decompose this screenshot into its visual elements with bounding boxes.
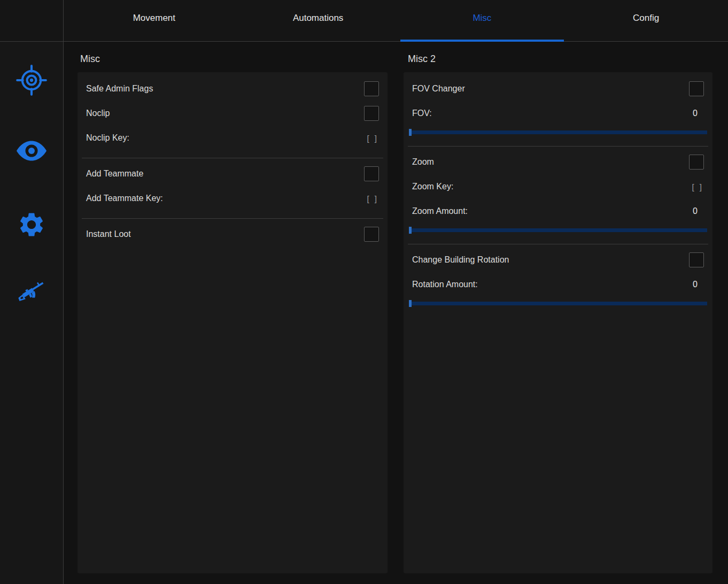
tab-movement-label: Movement — [133, 13, 175, 24]
zoom-amount-slider[interactable] — [409, 228, 707, 232]
tab-misc-label: Misc — [473, 13, 491, 24]
safe-admin-flags-label: Safe Admin Flags — [86, 84, 153, 94]
sidebar-item-misc[interactable] — [14, 208, 49, 242]
tab-config-label: Config — [633, 13, 659, 24]
add-teammate-keybind-button[interactable]: [ ] — [367, 194, 379, 203]
noclip-checkbox[interactable] — [364, 106, 379, 121]
fov-value: 0 — [693, 109, 704, 118]
misc2-panel-title: Misc 2 — [408, 53, 436, 65]
zoom-amount-slider-thumb[interactable] — [409, 227, 412, 234]
divider — [408, 146, 708, 147]
divider — [408, 244, 708, 244]
rotation-amount-value: 0 — [693, 280, 704, 289]
gear-icon — [17, 210, 46, 239]
fov-slider-thumb[interactable] — [409, 129, 412, 136]
eye-icon — [16, 139, 48, 163]
tab-misc[interactable]: Misc — [400, 0, 564, 41]
instant-loot-label: Instant Loot — [86, 229, 131, 239]
icon-sidebar — [0, 42, 64, 584]
instant-loot-row: Instant Loot — [78, 222, 388, 247]
rotation-amount-slider[interactable] — [409, 302, 707, 305]
rotation-amount-slider-row — [404, 297, 712, 310]
misc-panel-title: Misc — [80, 53, 100, 65]
rifle-icon — [14, 274, 49, 310]
zoom-amount-slider-row — [404, 224, 712, 236]
change-building-rotation-label: Change Building Rotation — [412, 255, 509, 265]
tab-config[interactable]: Config — [564, 0, 728, 41]
sidebar-border-top — [63, 0, 64, 42]
add-teammate-label: Add Teammate — [86, 169, 143, 179]
tab-bar: Movement Automations Misc Config — [0, 0, 728, 42]
sidebar-item-aim[interactable] — [14, 63, 49, 97]
noclip-key-row: Noclip Key: [ ] — [78, 126, 388, 150]
change-building-rotation-row: Change Building Rotation — [404, 248, 712, 272]
misc2-panel: FOV Changer FOV: 0 Zoom Zoom Key: [ ] Zo… — [404, 72, 712, 573]
zoom-label: Zoom — [412, 157, 434, 167]
sidebar-item-weapons[interactable] — [14, 275, 49, 309]
noclip-row: Noclip — [78, 101, 388, 126]
divider — [82, 158, 383, 158]
instant-loot-checkbox[interactable] — [364, 227, 379, 242]
rotation-amount-slider-thumb[interactable] — [409, 300, 412, 307]
tab-automations[interactable]: Automations — [236, 0, 400, 41]
fov-changer-label: FOV Changer — [412, 84, 465, 94]
zoom-key-label: Zoom Key: — [412, 182, 453, 191]
zoom-keybind-button[interactable]: [ ] — [692, 182, 704, 191]
fov-slider[interactable] — [409, 130, 707, 134]
tab-automations-label: Automations — [293, 13, 344, 24]
zoom-row: Zoom — [404, 150, 712, 174]
fov-changer-row: FOV Changer — [404, 76, 712, 101]
crosshair-icon — [16, 65, 47, 96]
fov-label: FOV: — [412, 109, 432, 118]
divider — [82, 218, 383, 219]
sidebar-item-visuals[interactable] — [14, 134, 49, 168]
safe-admin-flags-row: Safe Admin Flags — [78, 76, 388, 101]
tab-strip: Movement Automations Misc Config — [72, 0, 728, 41]
zoom-amount-label: Zoom Amount: — [412, 206, 468, 216]
fov-changer-checkbox[interactable] — [689, 81, 704, 96]
noclip-label: Noclip — [86, 109, 110, 118]
zoom-key-row: Zoom Key: [ ] — [404, 174, 712, 199]
fov-slider-row — [404, 126, 712, 139]
add-teammate-key-label: Add Teammate Key: — [86, 194, 163, 203]
change-building-rotation-checkbox[interactable] — [689, 252, 704, 267]
active-tab-underline — [400, 40, 564, 42]
noclip-keybind-button[interactable]: [ ] — [367, 134, 379, 143]
add-teammate-row: Add Teammate — [78, 162, 388, 186]
noclip-key-label: Noclip Key: — [86, 133, 129, 143]
safe-admin-flags-checkbox[interactable] — [364, 81, 379, 96]
add-teammate-key-row: Add Teammate Key: [ ] — [78, 186, 388, 211]
rotation-amount-row: Rotation Amount: 0 — [404, 272, 712, 297]
rotation-amount-label: Rotation Amount: — [412, 280, 478, 289]
add-teammate-checkbox[interactable] — [364, 166, 379, 181]
tab-movement[interactable]: Movement — [72, 0, 236, 41]
zoom-checkbox[interactable] — [689, 155, 704, 170]
zoom-amount-value: 0 — [693, 206, 704, 216]
zoom-amount-row: Zoom Amount: 0 — [404, 199, 712, 224]
misc-panel: Safe Admin Flags Noclip Noclip Key: [ ] … — [78, 72, 388, 573]
fov-value-row: FOV: 0 — [404, 101, 712, 126]
